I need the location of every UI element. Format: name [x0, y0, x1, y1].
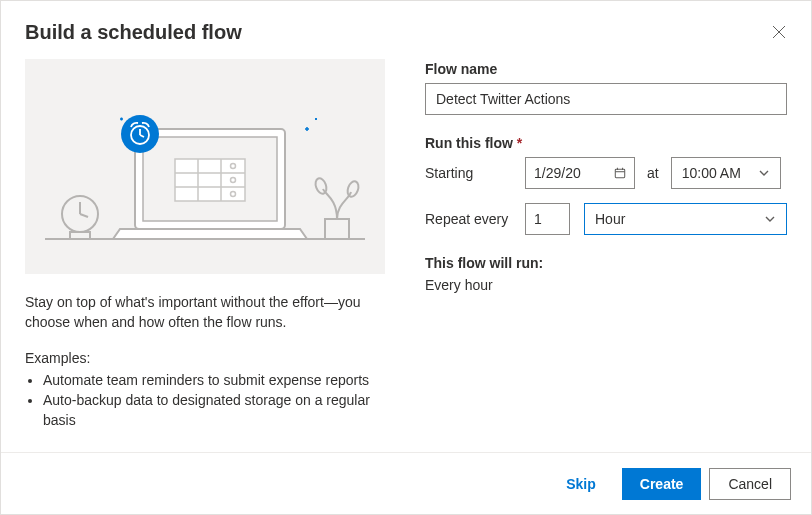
run-this-flow-label: Run this flow * [425, 135, 787, 151]
svg-point-16 [314, 177, 329, 195]
will-run-label: This flow will run: [425, 255, 787, 271]
svg-point-17 [346, 180, 361, 198]
svg-rect-15 [325, 219, 349, 239]
required-asterisk: * [517, 135, 522, 151]
chevron-down-icon [764, 213, 776, 225]
svg-rect-2 [70, 232, 90, 239]
create-button[interactable]: Create [622, 468, 702, 500]
dialog-header: Build a scheduled flow [1, 1, 811, 45]
repeat-unit-value: Hour [595, 211, 625, 227]
close-button[interactable] [767, 21, 791, 45]
flow-name-label: Flow name [425, 61, 787, 77]
examples-heading: Examples: [25, 350, 385, 366]
close-icon [772, 25, 786, 42]
dialog-footer: Skip Create Cancel [1, 452, 811, 514]
left-pane: Stay on top of what's important without … [25, 59, 385, 452]
flow-name-input[interactable] [425, 83, 787, 115]
description-text: Stay on top of what's important without … [25, 292, 385, 332]
starting-date-value: 1/29/20 [534, 165, 581, 181]
scheduled-flow-dialog: Build a scheduled flow [0, 0, 812, 515]
repeat-every-label: Repeat every [425, 211, 525, 227]
starting-time-value: 10:00 AM [682, 165, 741, 181]
repeat-unit-select[interactable]: Hour [584, 203, 787, 235]
dialog-title: Build a scheduled flow [25, 21, 242, 44]
example-item: Auto-backup data to designated storage o… [43, 390, 385, 430]
examples-list: Automate team reminders to submit expens… [25, 370, 385, 430]
example-item: Automate team reminders to submit expens… [43, 370, 385, 390]
at-label: at [647, 165, 659, 181]
right-pane: Flow name Run this flow * Starting 1/29/… [425, 59, 787, 452]
calendar-icon [614, 167, 626, 179]
starting-date-picker[interactable]: 1/29/20 [525, 157, 635, 189]
skip-button[interactable]: Skip [548, 468, 614, 500]
repeat-interval-input[interactable]: 1 [525, 203, 570, 235]
svg-rect-22 [615, 169, 624, 178]
will-run-text: Every hour [425, 277, 787, 293]
starting-label: Starting [425, 165, 525, 181]
svg-rect-7 [175, 159, 245, 201]
svg-line-4 [80, 214, 88, 217]
cancel-button[interactable]: Cancel [709, 468, 791, 500]
chevron-down-icon [758, 167, 770, 179]
starting-time-picker[interactable]: 10:00 AM [671, 157, 781, 189]
illustration [25, 59, 385, 274]
